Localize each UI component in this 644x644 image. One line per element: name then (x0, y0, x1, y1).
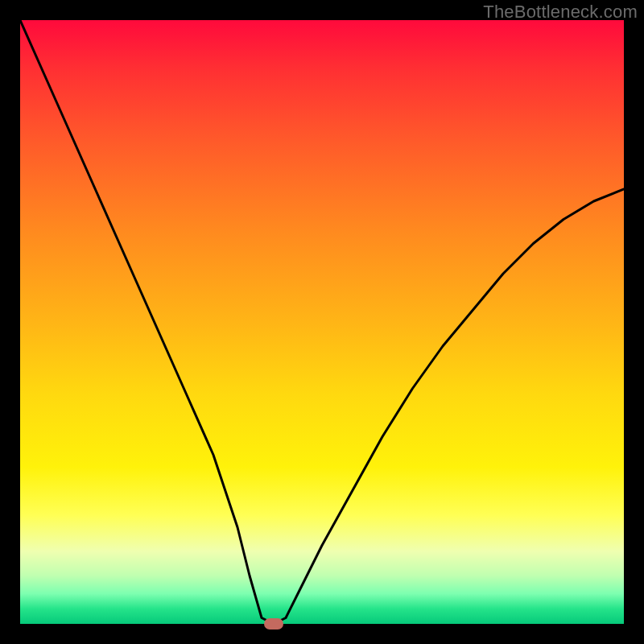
chart-frame: TheBottleneck.com (0, 0, 644, 644)
bottleneck-curve (20, 20, 624, 624)
plot-area (20, 20, 624, 624)
optimal-point-marker (264, 618, 283, 630)
